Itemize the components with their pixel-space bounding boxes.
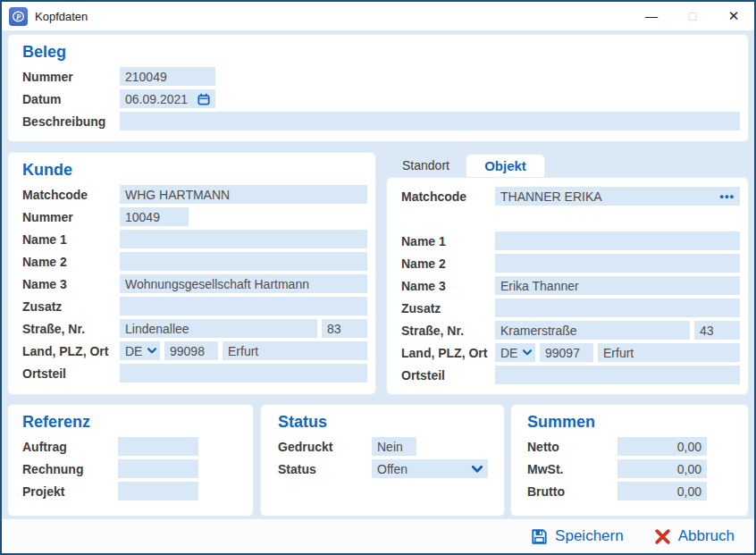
status-status-row: Status Offen (271, 459, 496, 478)
kunde-name3-label: Name 3 (15, 277, 120, 291)
objekt-strasse-value: Kramerstraße (500, 324, 577, 338)
save-floppy-icon (531, 528, 548, 545)
kunde-strasse-input[interactable]: Lindenallee (120, 319, 317, 338)
kunde-zusatz-input[interactable] (120, 297, 367, 315)
objekt-hausnr-value: 43 (700, 324, 714, 338)
window-title: Kopfdaten (35, 10, 88, 23)
kunde-nummer-value: 10049 (125, 210, 160, 224)
kunde-name1-input[interactable] (120, 230, 367, 248)
kunde-strasse-label: Straße, Nr. (15, 322, 120, 336)
kunde-strasse-value: Lindenallee (125, 322, 189, 336)
chevron-down-icon (523, 349, 532, 356)
kunde-plz-value: 99098 (170, 344, 205, 358)
referenz-title: Referenz (22, 412, 245, 432)
referenz-auftrag-label: Auftrag (15, 440, 118, 454)
chevron-down-icon (147, 348, 156, 354)
referenz-rechnung-row: Rechnung (15, 459, 245, 478)
summen-mwst-label: MwSt. (520, 462, 617, 476)
objekt-strasse-input[interactable]: Kramerstraße (495, 321, 690, 340)
calendar-icon[interactable] (197, 93, 210, 105)
objekt-ortsteil-input[interactable] (495, 366, 740, 384)
cancel-x-icon (654, 528, 671, 545)
kunde-name3-input[interactable]: Wohnungsgesellschaft Hartmann (120, 274, 367, 293)
objekt-strasse-label: Straße, Nr. (394, 324, 495, 338)
beleg-beschreibung-label: Beschreibung (15, 114, 120, 129)
referenz-projekt-label: Projekt (15, 484, 118, 499)
kunde-name2-row: Name 2 (15, 252, 367, 271)
summen-brutto-row: Brutto 0,00 (520, 482, 740, 500)
objekt-name2-label: Name 2 (394, 256, 495, 271)
objekt-name2-input[interactable] (495, 254, 740, 273)
objekt-ort-value: Erfurt (603, 346, 634, 360)
status-select[interactable]: Offen (372, 459, 488, 478)
summen-panel: Summen Netto 0,00 MwSt. 0,00 Brutto 0,00 (510, 404, 749, 517)
status-gedruckt-row: Gedruckt Nein (271, 437, 496, 456)
objekt-hausnr-input[interactable]: 43 (694, 321, 740, 340)
objekt-plz-input[interactable]: 99097 (540, 343, 593, 362)
status-status-label: Status (271, 462, 372, 476)
beleg-datum-label: Datum (15, 92, 120, 106)
kunde-name2-label: Name 2 (15, 255, 120, 269)
objekt-panel: Matchcode THANNER ERIKA ••• Name 1 Name … (386, 177, 749, 395)
objekt-zusatz-label: Zusatz (394, 301, 495, 315)
objekt-name2-row: Name 2 (394, 254, 740, 273)
objekt-tab-bar: Standort Objekt (386, 154, 545, 177)
referenz-auftrag-input[interactable] (118, 437, 198, 456)
kunde-nummer-input[interactable]: 10049 (120, 207, 189, 226)
objekt-ort-input[interactable]: Erfurt (598, 343, 740, 362)
save-button[interactable]: Speichern (525, 526, 629, 546)
kunde-land-label: Land, PLZ, Ort (15, 344, 120, 358)
minimize-button[interactable]: — (631, 2, 672, 30)
status-gedruckt-value: Nein (377, 440, 403, 454)
objekt-matchcode-input[interactable]: THANNER ERIKA ••• (495, 187, 740, 206)
kunde-matchcode-value: WHG HARTMANN (125, 188, 230, 202)
kunde-matchcode-label: Matchcode (15, 188, 120, 202)
summen-netto-value: 0,00 (677, 440, 701, 454)
kunde-land-select[interactable]: DE (120, 341, 160, 360)
tab-standort[interactable]: Standort (386, 154, 466, 177)
browse-ellipsis-icon[interactable]: ••• (719, 190, 735, 202)
beleg-datum-row: Datum 06.09.2021 (15, 89, 740, 108)
objekt-zusatz-input[interactable] (495, 299, 740, 317)
kunde-hausnr-input[interactable]: 83 (322, 319, 367, 338)
objekt-land-label: Land, PLZ, Ort (394, 346, 495, 360)
objekt-matchcode-label: Matchcode (394, 189, 495, 204)
referenz-rechnung-input[interactable] (118, 459, 198, 478)
objekt-name3-input[interactable]: Erika Thanner (495, 276, 740, 295)
kunde-name2-input[interactable] (120, 252, 367, 271)
objekt-matchcode-value: THANNER ERIKA (500, 189, 602, 204)
kunde-matchcode-input[interactable]: WHG HARTMANN (120, 185, 367, 204)
objekt-name1-input[interactable] (495, 231, 740, 250)
kunde-ortsteil-input[interactable] (120, 364, 367, 383)
kunde-plz-input[interactable]: 99098 (164, 341, 218, 360)
close-button[interactable]: ✕ (713, 2, 754, 30)
app-logo-icon: P (9, 7, 28, 26)
referenz-auftrag-row: Auftrag (15, 437, 245, 456)
title-bar: P Kopfdaten — □ ✕ (2, 2, 754, 30)
beleg-datum-input[interactable]: 06.09.2021 (120, 89, 215, 108)
kunde-land-value: DE (125, 344, 142, 358)
kunde-matchcode-row: Matchcode WHG HARTMANN (15, 185, 367, 204)
beleg-beschreibung-row: Beschreibung (15, 112, 740, 130)
status-gedruckt-label: Gedruckt (271, 440, 372, 454)
kunde-ort-input[interactable]: Erfurt (223, 341, 367, 360)
objekt-name3-label: Name 3 (394, 279, 495, 293)
kunde-hausnr-value: 83 (327, 322, 341, 336)
referenz-projekt-input[interactable] (118, 482, 198, 500)
beleg-nummer-label: Nummer (15, 70, 120, 84)
beleg-beschreibung-input[interactable] (120, 112, 740, 130)
save-label: Speichern (555, 527, 624, 545)
footer-bar: Speichern Abbruch (2, 518, 754, 553)
objekt-ortsteil-label: Ortsteil (394, 368, 495, 383)
tab-objekt[interactable]: Objekt (466, 154, 545, 177)
objekt-land-select[interactable]: DE (495, 343, 535, 362)
summen-netto-field: 0,00 (617, 437, 707, 456)
beleg-panel: Beleg Nummer 210049 Datum 06.09.2021 (7, 34, 749, 142)
beleg-nummer-input[interactable]: 210049 (120, 67, 215, 86)
referenz-projekt-row: Projekt (15, 482, 245, 500)
kunde-land-row: Land, PLZ, Ort DE 99098 Erfurt (15, 341, 367, 360)
kunde-zusatz-row: Zusatz (15, 297, 367, 315)
objekt-zusatz-row: Zusatz (394, 299, 740, 317)
cancel-button[interactable]: Abbruch (649, 526, 740, 546)
objekt-matchcode-row: Matchcode THANNER ERIKA ••• (394, 187, 740, 206)
